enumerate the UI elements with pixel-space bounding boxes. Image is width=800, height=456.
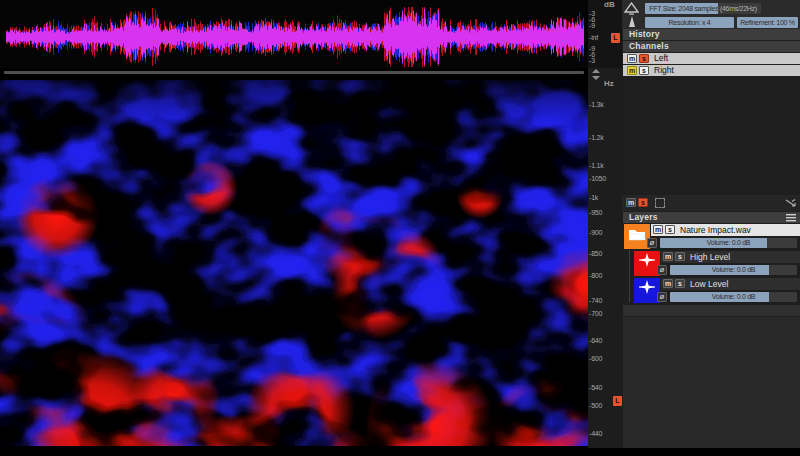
layer-volume-row: ø Volume: 0.0 dB Volume: 0.0 dB	[661, 264, 800, 276]
frequency-resolution-icon[interactable]	[624, 2, 639, 15]
scale-tick: -1050	[589, 175, 606, 182]
scale-tick: -440	[589, 430, 602, 437]
hz-unit-label: Hz	[604, 79, 614, 88]
scale-tick: -1.1k	[589, 162, 604, 169]
scale-tick: -1k	[589, 194, 598, 201]
horizontal-scrollbar[interactable]	[4, 71, 584, 74]
scale-tick: -900	[589, 229, 602, 236]
db-unit-label: dB	[604, 0, 615, 9]
scale-tick: -740	[589, 297, 602, 304]
solo-button[interactable]: s	[665, 225, 675, 234]
layers-panel-body	[623, 317, 800, 448]
time-resolution-icon[interactable]	[627, 15, 637, 28]
mute-button[interactable]: m	[663, 279, 673, 288]
layers-panel-footer	[623, 305, 800, 316]
layer-volume-row: ø Volume: 0.0 dB Volume: 0.0 dB	[651, 237, 800, 249]
channel-row-right[interactable]: m s Right	[623, 65, 800, 76]
spectrogram-image	[0, 80, 588, 446]
left-channel-badge-waveform: L	[611, 33, 620, 43]
scale-tick: -540	[589, 384, 602, 391]
scale-tick: -640	[589, 337, 602, 344]
scale-strip: dB -3-6-9-inf-9-6-3 L Hz -1.3k-1.2k-1.1k…	[588, 0, 622, 448]
crossed-arrows-icon[interactable]	[785, 198, 796, 208]
solo-button[interactable]: s	[639, 54, 649, 63]
spectrogram-view[interactable]	[0, 80, 588, 446]
channels-panel-header[interactable]: Channels	[623, 41, 800, 52]
spike-icon	[638, 253, 656, 267]
solo-button[interactable]: s	[639, 66, 649, 75]
scale-tick: -700	[589, 310, 602, 317]
history-panel-header[interactable]: History	[623, 29, 800, 40]
solo-button[interactable]: s	[675, 279, 685, 288]
left-channel-badge-spectrogram: L	[613, 396, 622, 406]
mute-button[interactable]: m	[663, 252, 673, 261]
volume-slider[interactable]: Volume: 0.0 dB Volume: 0.0 dB	[670, 292, 797, 302]
folder-icon	[628, 227, 646, 241]
scale-tick: -inf	[589, 34, 598, 41]
channel-name: Right	[654, 65, 674, 76]
spinner-down-icon[interactable]	[592, 76, 600, 80]
volume-slider[interactable]: Volume: 0.0 dB Volume: 0.0 dB	[670, 265, 797, 275]
layer-name: High Level	[690, 251, 730, 263]
resolution-slider[interactable]: Resolution: x 4 Resolution: x 4	[645, 17, 734, 28]
scale-tick: -500	[589, 402, 602, 409]
waveform-overview-panel[interactable]	[0, 0, 588, 68]
mute-button[interactable]: m	[627, 54, 637, 63]
channel-row-left[interactable]: m s Left	[623, 53, 800, 64]
layers-panel-header[interactable]: Layers	[623, 212, 800, 223]
layer-row-low-level[interactable]: m s Low Level	[661, 278, 800, 290]
scale-tick: -600	[589, 355, 602, 362]
phase-invert-button[interactable]: ø	[657, 292, 667, 302]
layer-name: Low Level	[690, 278, 728, 290]
spike-icon	[638, 280, 656, 294]
scale-tick: -1.2k	[589, 134, 604, 141]
spectral-settings-toolbar: FFT Size: 2048 samples (46ms/22Hz) FFT S…	[622, 0, 800, 30]
scale-tick: -800	[589, 272, 602, 279]
phase-invert-button[interactable]: ø	[657, 265, 667, 275]
layer-tree-line	[629, 250, 630, 302]
menu-icon[interactable]	[786, 214, 796, 222]
layer-name: Nature Impact.wav	[680, 224, 751, 236]
layer-row-high-level[interactable]: m s High Level	[661, 251, 800, 263]
selection-mode-icon[interactable]	[655, 198, 665, 208]
layer-row-nature-impact[interactable]: m s Nature Impact.wav	[651, 224, 800, 236]
mute-button[interactable]: m	[653, 225, 663, 234]
scale-tick: -850	[589, 250, 602, 257]
right-panel: FFT Size: 2048 samples (46ms/22Hz) FFT S…	[622, 0, 800, 448]
scale-tick: -3	[589, 57, 595, 64]
spectral-editor-app: dB -3-6-9-inf-9-6-3 L Hz -1.3k-1.2k-1.1k…	[0, 0, 800, 456]
fft-size-slider[interactable]: FFT Size: 2048 samples (46ms/22Hz) FFT S…	[645, 3, 761, 14]
mute-button[interactable]: m	[627, 66, 637, 75]
channel-name: Left	[654, 53, 668, 64]
mute-button[interactable]: m	[626, 198, 636, 207]
volume-slider[interactable]: Volume: 0.0 dB Volume: 0.0 dB	[660, 238, 797, 248]
scale-tick: -9	[589, 22, 595, 29]
spinner-up-icon[interactable]	[592, 69, 600, 73]
scale-tick: -950	[589, 209, 602, 216]
refinement-slider[interactable]: Refinement: 100 % Refinement: 100 %	[737, 17, 798, 28]
solo-button[interactable]: s	[638, 198, 648, 207]
solo-button[interactable]: s	[675, 252, 685, 261]
layers-toolbar: m s	[622, 195, 800, 211]
phase-invert-button[interactable]: ø	[647, 238, 657, 248]
layer-volume-row: ø Volume: 0.0 dB Volume: 0.0 dB	[661, 291, 800, 303]
scale-tick: -1.3k	[589, 101, 604, 108]
waveform-canvas	[0, 0, 588, 68]
